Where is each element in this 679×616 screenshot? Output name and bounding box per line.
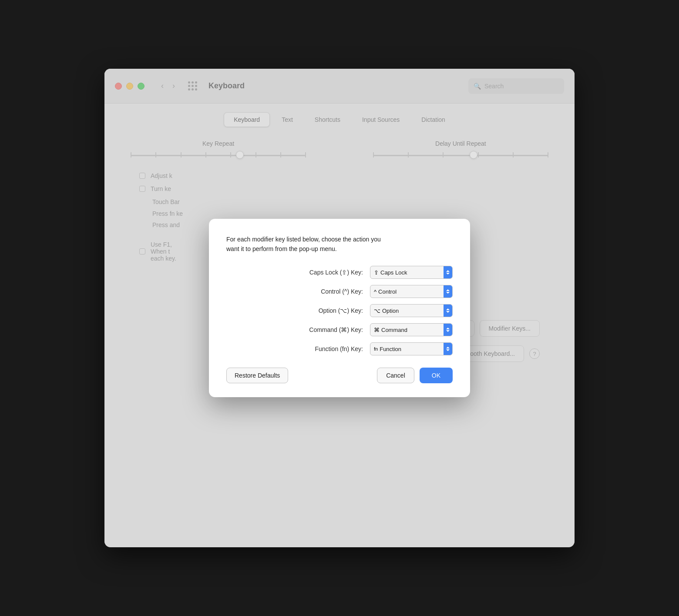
option-arrows — [444, 305, 452, 317]
option-row: Option (⌥) Key: ⌥ Option — [226, 304, 453, 317]
command-value: Command — [381, 327, 444, 333]
command-row: Command (⌘) Key: ⌘ Command — [226, 323, 453, 336]
caps-lock-value: Caps Lock — [380, 269, 444, 276]
command-row-label: Command (⌘) Key: — [276, 326, 363, 333]
function-value: Function — [380, 346, 444, 352]
option-row-label: Option (⌥) Key: — [276, 307, 363, 314]
caps-lock-row-label: Caps Lock (⇪) Key: — [276, 269, 363, 276]
caps-lock-select[interactable]: ⇪ Caps Lock — [370, 266, 453, 279]
modal-description: For each modifier key listed below, choo… — [226, 234, 453, 254]
function-symbol: fn — [374, 346, 378, 352]
option-value: Option — [382, 308, 444, 314]
modal-buttons: Restore Defaults Cancel OK — [226, 368, 453, 383]
command-select[interactable]: ⌘ Command — [370, 323, 453, 336]
control-value: Control — [378, 288, 444, 295]
ok-button[interactable]: OK — [420, 368, 453, 383]
option-symbol: ⌥ — [374, 308, 380, 314]
restore-defaults-button[interactable]: Restore Defaults — [226, 368, 288, 383]
command-arrows — [444, 324, 452, 336]
cancel-button[interactable]: Cancel — [377, 368, 414, 383]
modifier-keys-dialog: For each modifier key listed below, choo… — [209, 219, 470, 398]
function-select[interactable]: fn Function — [370, 342, 453, 355]
main-window: ‹ › Keyboard 🔍 Search Keyboard Text Shor… — [104, 69, 575, 547]
control-row-label: Control (^) Key: — [276, 288, 363, 295]
control-select[interactable]: ^ Control — [370, 285, 453, 298]
control-arrows — [444, 285, 452, 298]
caps-lock-row: Caps Lock (⇪) Key: ⇪ Caps Lock — [226, 266, 453, 279]
command-symbol: ⌘ — [374, 327, 380, 333]
function-row: Function (fn) Key: fn Function — [226, 342, 453, 355]
option-select[interactable]: ⌥ Option — [370, 304, 453, 317]
caps-lock-arrows — [444, 266, 452, 278]
control-row: Control (^) Key: ^ Control — [226, 285, 453, 298]
confirm-buttons: Cancel OK — [377, 368, 453, 383]
function-row-label: Function (fn) Key: — [276, 345, 363, 352]
modal-overlay: For each modifier key listed below, choo… — [104, 69, 575, 547]
function-arrows — [444, 343, 452, 355]
control-symbol: ^ — [374, 288, 376, 295]
caps-lock-symbol: ⇪ — [374, 269, 379, 276]
